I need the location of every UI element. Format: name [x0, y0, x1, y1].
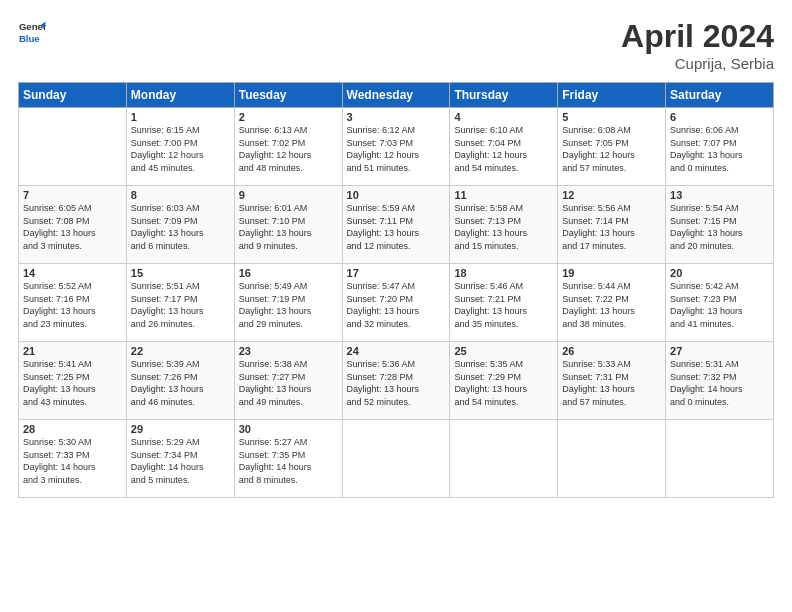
day-number: 19 [562, 267, 661, 279]
cell-w0-d3: 3Sunrise: 6:12 AMSunset: 7:03 PMDaylight… [342, 108, 450, 186]
page: General Blue April 2024 Cuprija, Serbia … [0, 0, 792, 612]
day-info: Sunrise: 5:58 AMSunset: 7:13 PMDaylight:… [454, 202, 553, 252]
day-number: 13 [670, 189, 769, 201]
calendar-body: 1Sunrise: 6:15 AMSunset: 7:00 PMDaylight… [19, 108, 774, 498]
header: General Blue April 2024 Cuprija, Serbia [18, 18, 774, 72]
day-info: Sunrise: 5:31 AMSunset: 7:32 PMDaylight:… [670, 358, 769, 408]
day-info: Sunrise: 5:46 AMSunset: 7:21 PMDaylight:… [454, 280, 553, 330]
cell-w4-d1: 29Sunrise: 5:29 AMSunset: 7:34 PMDayligh… [126, 420, 234, 498]
day-number: 30 [239, 423, 338, 435]
day-info: Sunrise: 6:08 AMSunset: 7:05 PMDaylight:… [562, 124, 661, 174]
day-number: 27 [670, 345, 769, 357]
week-row-3: 21Sunrise: 5:41 AMSunset: 7:25 PMDayligh… [19, 342, 774, 420]
week-row-4: 28Sunrise: 5:30 AMSunset: 7:33 PMDayligh… [19, 420, 774, 498]
day-info: Sunrise: 6:10 AMSunset: 7:04 PMDaylight:… [454, 124, 553, 174]
cell-w1-d4: 11Sunrise: 5:58 AMSunset: 7:13 PMDayligh… [450, 186, 558, 264]
day-info: Sunrise: 5:27 AMSunset: 7:35 PMDaylight:… [239, 436, 338, 486]
col-friday: Friday [558, 83, 666, 108]
week-row-2: 14Sunrise: 5:52 AMSunset: 7:16 PMDayligh… [19, 264, 774, 342]
day-number: 28 [23, 423, 122, 435]
week-row-1: 7Sunrise: 6:05 AMSunset: 7:08 PMDaylight… [19, 186, 774, 264]
day-info: Sunrise: 6:13 AMSunset: 7:02 PMDaylight:… [239, 124, 338, 174]
cell-w3-d4: 25Sunrise: 5:35 AMSunset: 7:29 PMDayligh… [450, 342, 558, 420]
day-info: Sunrise: 5:52 AMSunset: 7:16 PMDaylight:… [23, 280, 122, 330]
cell-w1-d1: 8Sunrise: 6:03 AMSunset: 7:09 PMDaylight… [126, 186, 234, 264]
cell-w3-d2: 23Sunrise: 5:38 AMSunset: 7:27 PMDayligh… [234, 342, 342, 420]
day-number: 18 [454, 267, 553, 279]
cell-w4-d4 [450, 420, 558, 498]
day-number: 17 [347, 267, 446, 279]
cell-w0-d2: 2Sunrise: 6:13 AMSunset: 7:02 PMDaylight… [234, 108, 342, 186]
day-info: Sunrise: 6:12 AMSunset: 7:03 PMDaylight:… [347, 124, 446, 174]
day-info: Sunrise: 5:49 AMSunset: 7:19 PMDaylight:… [239, 280, 338, 330]
day-info: Sunrise: 5:51 AMSunset: 7:17 PMDaylight:… [131, 280, 230, 330]
header-row: Sunday Monday Tuesday Wednesday Thursday… [19, 83, 774, 108]
day-number: 29 [131, 423, 230, 435]
cell-w2-d3: 17Sunrise: 5:47 AMSunset: 7:20 PMDayligh… [342, 264, 450, 342]
day-info: Sunrise: 5:42 AMSunset: 7:23 PMDaylight:… [670, 280, 769, 330]
day-number: 1 [131, 111, 230, 123]
cell-w1-d3: 10Sunrise: 5:59 AMSunset: 7:11 PMDayligh… [342, 186, 450, 264]
cell-w3-d6: 27Sunrise: 5:31 AMSunset: 7:32 PMDayligh… [666, 342, 774, 420]
day-info: Sunrise: 5:38 AMSunset: 7:27 PMDaylight:… [239, 358, 338, 408]
day-number: 21 [23, 345, 122, 357]
day-info: Sunrise: 5:30 AMSunset: 7:33 PMDaylight:… [23, 436, 122, 486]
cell-w1-d6: 13Sunrise: 5:54 AMSunset: 7:15 PMDayligh… [666, 186, 774, 264]
col-tuesday: Tuesday [234, 83, 342, 108]
day-info: Sunrise: 5:29 AMSunset: 7:34 PMDaylight:… [131, 436, 230, 486]
col-sunday: Sunday [19, 83, 127, 108]
day-number: 15 [131, 267, 230, 279]
col-saturday: Saturday [666, 83, 774, 108]
day-number: 7 [23, 189, 122, 201]
day-info: Sunrise: 6:06 AMSunset: 7:07 PMDaylight:… [670, 124, 769, 174]
title-block: April 2024 Cuprija, Serbia [621, 18, 774, 72]
day-number: 24 [347, 345, 446, 357]
day-info: Sunrise: 5:54 AMSunset: 7:15 PMDaylight:… [670, 202, 769, 252]
day-number: 5 [562, 111, 661, 123]
logo: General Blue [18, 18, 46, 46]
cell-w3-d5: 26Sunrise: 5:33 AMSunset: 7:31 PMDayligh… [558, 342, 666, 420]
cell-w2-d2: 16Sunrise: 5:49 AMSunset: 7:19 PMDayligh… [234, 264, 342, 342]
day-info: Sunrise: 5:35 AMSunset: 7:29 PMDaylight:… [454, 358, 553, 408]
calendar-table: Sunday Monday Tuesday Wednesday Thursday… [18, 82, 774, 498]
cell-w4-d6 [666, 420, 774, 498]
day-info: Sunrise: 5:59 AMSunset: 7:11 PMDaylight:… [347, 202, 446, 252]
col-wednesday: Wednesday [342, 83, 450, 108]
day-info: Sunrise: 5:33 AMSunset: 7:31 PMDaylight:… [562, 358, 661, 408]
cell-w2-d0: 14Sunrise: 5:52 AMSunset: 7:16 PMDayligh… [19, 264, 127, 342]
col-thursday: Thursday [450, 83, 558, 108]
cell-w3-d0: 21Sunrise: 5:41 AMSunset: 7:25 PMDayligh… [19, 342, 127, 420]
day-number: 26 [562, 345, 661, 357]
day-number: 11 [454, 189, 553, 201]
cell-w3-d1: 22Sunrise: 5:39 AMSunset: 7:26 PMDayligh… [126, 342, 234, 420]
calendar-subtitle: Cuprija, Serbia [621, 55, 774, 72]
cell-w2-d1: 15Sunrise: 5:51 AMSunset: 7:17 PMDayligh… [126, 264, 234, 342]
day-number: 12 [562, 189, 661, 201]
week-row-0: 1Sunrise: 6:15 AMSunset: 7:00 PMDaylight… [19, 108, 774, 186]
cell-w0-d0 [19, 108, 127, 186]
day-number: 4 [454, 111, 553, 123]
day-info: Sunrise: 5:41 AMSunset: 7:25 PMDaylight:… [23, 358, 122, 408]
cell-w4-d2: 30Sunrise: 5:27 AMSunset: 7:35 PMDayligh… [234, 420, 342, 498]
day-number: 22 [131, 345, 230, 357]
cell-w2-d6: 20Sunrise: 5:42 AMSunset: 7:23 PMDayligh… [666, 264, 774, 342]
cell-w1-d0: 7Sunrise: 6:05 AMSunset: 7:08 PMDaylight… [19, 186, 127, 264]
cell-w1-d5: 12Sunrise: 5:56 AMSunset: 7:14 PMDayligh… [558, 186, 666, 264]
svg-text:Blue: Blue [19, 33, 40, 44]
day-number: 2 [239, 111, 338, 123]
day-number: 10 [347, 189, 446, 201]
day-info: Sunrise: 6:03 AMSunset: 7:09 PMDaylight:… [131, 202, 230, 252]
cell-w0-d6: 6Sunrise: 6:06 AMSunset: 7:07 PMDaylight… [666, 108, 774, 186]
day-info: Sunrise: 5:36 AMSunset: 7:28 PMDaylight:… [347, 358, 446, 408]
cell-w0-d1: 1Sunrise: 6:15 AMSunset: 7:00 PMDaylight… [126, 108, 234, 186]
cell-w4-d0: 28Sunrise: 5:30 AMSunset: 7:33 PMDayligh… [19, 420, 127, 498]
day-number: 23 [239, 345, 338, 357]
day-info: Sunrise: 5:44 AMSunset: 7:22 PMDaylight:… [562, 280, 661, 330]
day-number: 6 [670, 111, 769, 123]
cell-w0-d5: 5Sunrise: 6:08 AMSunset: 7:05 PMDaylight… [558, 108, 666, 186]
day-info: Sunrise: 6:01 AMSunset: 7:10 PMDaylight:… [239, 202, 338, 252]
cell-w2-d5: 19Sunrise: 5:44 AMSunset: 7:22 PMDayligh… [558, 264, 666, 342]
cell-w1-d2: 9Sunrise: 6:01 AMSunset: 7:10 PMDaylight… [234, 186, 342, 264]
day-number: 9 [239, 189, 338, 201]
day-number: 3 [347, 111, 446, 123]
